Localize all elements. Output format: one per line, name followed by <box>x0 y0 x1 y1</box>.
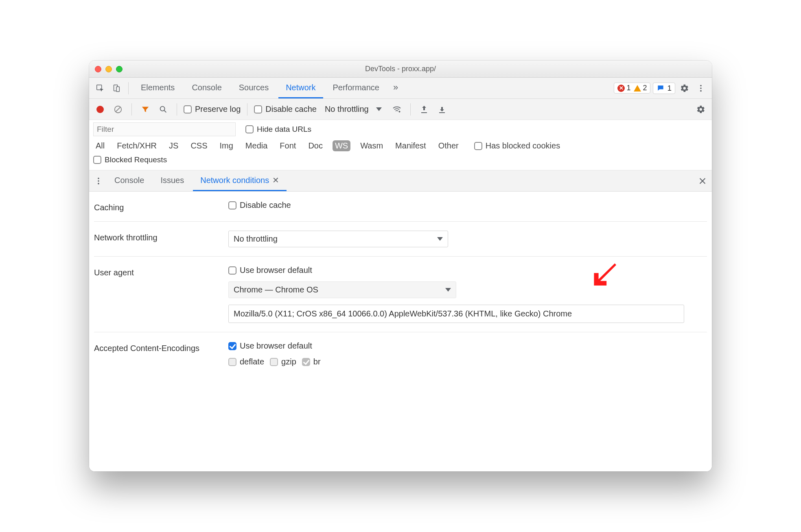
drawer-more-icon[interactable] <box>92 174 105 188</box>
drawer-tabs: Console Issues Network conditions ✕ <box>89 170 712 192</box>
chevron-down-icon <box>376 107 382 111</box>
tab-console[interactable]: Console <box>184 78 229 98</box>
filter-bar: Hide data URLs All Fetch/XHR JS CSS Img … <box>89 120 712 170</box>
ua-string-input[interactable]: Mozilla/5.0 (X11; CrOS x86_64 10066.0.0)… <box>228 305 684 323</box>
tabs-overflow-button[interactable]: » <box>389 78 402 98</box>
chip-js[interactable]: JS <box>166 140 181 151</box>
network-conditions-icon[interactable] <box>390 102 404 116</box>
svg-point-8 <box>160 106 165 111</box>
preserve-log-checkbox[interactable]: Preserve log <box>184 105 241 114</box>
warning-icon <box>634 85 641 92</box>
svg-line-9 <box>164 110 166 112</box>
drawer-tab-network-conditions[interactable]: Network conditions ✕ <box>193 170 287 191</box>
svg-rect-2 <box>116 87 119 92</box>
content-encodings-label: Accepted Content-Encodings <box>94 341 220 353</box>
chip-manifest[interactable]: Manifest <box>393 140 429 151</box>
divider <box>128 82 129 94</box>
window-controls <box>95 66 123 72</box>
chip-css[interactable]: CSS <box>188 140 210 151</box>
chip-ws[interactable]: WS <box>333 140 350 151</box>
chip-media[interactable]: Media <box>243 140 270 151</box>
content-encodings-setting: Accepted Content-Encodings Use browser d… <box>94 332 707 375</box>
issues-badge[interactable]: 1 <box>653 83 675 94</box>
tab-network[interactable]: Network <box>278 78 323 98</box>
filter-input[interactable] <box>93 122 236 136</box>
enc-gzip-checkbox[interactable]: gzip <box>270 357 296 366</box>
disable-cache-checkbox[interactable]: Disable cache <box>254 105 317 114</box>
error-icon: ✕ <box>617 85 625 92</box>
drawer-tab-issues[interactable]: Issues <box>153 170 191 191</box>
errors-count: ✕ 1 <box>617 84 630 92</box>
chevron-down-icon <box>445 288 451 292</box>
drawer-tab-console[interactable]: Console <box>107 170 151 191</box>
has-blocked-cookies-checkbox[interactable]: Has blocked cookies <box>474 141 560 150</box>
svg-point-5 <box>700 90 702 92</box>
chip-fetchxhr[interactable]: Fetch/XHR <box>114 140 159 151</box>
network-conditions-panel: Caching Disable cache Network throttling… <box>89 192 712 471</box>
hide-data-urls-checkbox[interactable]: Hide data URLs <box>245 125 311 134</box>
chevron-down-icon <box>437 237 443 241</box>
network-toolbar: Preserve log Disable cache No throttling <box>89 99 712 120</box>
svg-point-12 <box>98 180 99 182</box>
enc-use-default-checkbox[interactable]: Use browser default <box>228 341 707 351</box>
ua-use-browser-default-checkbox[interactable]: Use browser default <box>228 266 707 275</box>
ua-preset-select[interactable]: Chrome — Chrome OS <box>228 281 456 298</box>
resource-type-chips: All Fetch/XHR JS CSS Img Media Font Doc … <box>93 140 708 151</box>
svg-point-3 <box>700 85 702 86</box>
svg-point-10 <box>398 111 400 112</box>
tab-performance[interactable]: Performance <box>326 78 387 98</box>
close-drawer-icon[interactable] <box>696 174 709 188</box>
chip-other[interactable]: Other <box>436 140 461 151</box>
enc-deflate-checkbox[interactable]: deflate <box>228 357 264 366</box>
minimize-window-button[interactable] <box>105 66 112 72</box>
tab-elements[interactable]: Elements <box>134 78 182 98</box>
svg-point-4 <box>700 87 702 89</box>
caching-label: Caching <box>94 201 220 212</box>
inspect-element-icon[interactable] <box>93 81 107 95</box>
more-menu-icon[interactable] <box>694 81 708 95</box>
device-toggle-icon[interactable] <box>109 81 123 95</box>
svg-point-13 <box>98 183 99 184</box>
user-agent-setting: User agent Use browser default Chrome — … <box>94 257 707 332</box>
chip-font[interactable]: Font <box>277 140 298 151</box>
window-title: DevTools - proxx.app/ <box>89 65 712 73</box>
throttling-dropdown[interactable]: No throttling <box>321 103 386 116</box>
zoom-window-button[interactable] <box>116 66 123 72</box>
blocked-requests-checkbox[interactable]: Blocked Requests <box>93 155 167 164</box>
chip-doc[interactable]: Doc <box>306 140 325 151</box>
chip-all[interactable]: All <box>93 140 107 151</box>
tab-sources[interactable]: Sources <box>232 78 276 98</box>
record-icon <box>96 106 104 113</box>
caching-setting: Caching Disable cache <box>94 192 707 222</box>
console-issues-badge[interactable]: ✕ 1 2 <box>614 83 650 94</box>
main-tabs-bar: Elements Console Sources Network Perform… <box>89 78 712 99</box>
close-window-button[interactable] <box>95 66 101 72</box>
user-agent-label: User agent <box>94 266 220 277</box>
import-har-icon[interactable] <box>417 102 431 116</box>
throttling-select[interactable]: No throttling <box>228 231 448 247</box>
network-settings-gear-icon[interactable] <box>694 102 708 116</box>
devtools-window: DevTools - proxx.app/ Elements Console S… <box>89 61 712 471</box>
chip-wasm[interactable]: Wasm <box>358 140 385 151</box>
chip-img[interactable]: Img <box>217 140 236 151</box>
clear-button[interactable] <box>111 102 125 116</box>
throttling-label: Network throttling <box>94 231 220 242</box>
settings-gear-icon[interactable] <box>678 81 692 95</box>
record-button[interactable] <box>93 102 107 116</box>
svg-point-11 <box>98 177 99 179</box>
search-icon[interactable] <box>156 102 170 116</box>
export-har-icon[interactable] <box>435 102 449 116</box>
close-tab-icon[interactable]: ✕ <box>272 175 279 185</box>
titlebar: DevTools - proxx.app/ <box>89 61 712 78</box>
filter-toggle-icon[interactable] <box>138 102 152 116</box>
throttling-setting: Network throttling No throttling <box>94 222 707 257</box>
issues-icon <box>657 84 665 92</box>
svg-line-7 <box>116 107 120 111</box>
enc-br-checkbox[interactable]: br <box>302 357 321 366</box>
caching-disable-cache-checkbox[interactable]: Disable cache <box>228 201 707 210</box>
warnings-count: 2 <box>634 84 647 92</box>
